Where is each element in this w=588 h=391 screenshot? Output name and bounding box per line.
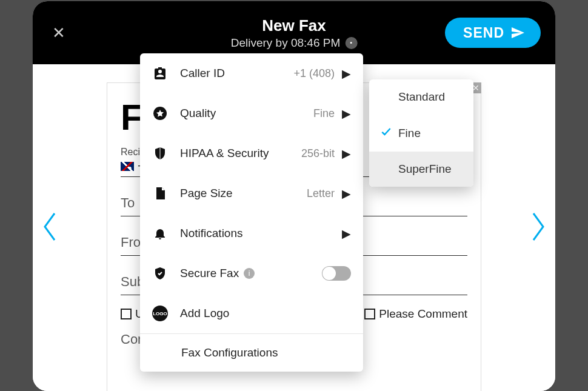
menu-label: Secure Fax [180,267,239,280]
option-label: Standard [398,90,445,104]
quality-submenu: Standard Fine SuperFine [369,79,473,187]
chevron-right-icon: ▶ [342,107,351,121]
shield-check-icon [152,266,168,281]
chevron-right-icon: ▶ [342,227,351,241]
modal-title: New Fax [231,16,358,35]
check-icon [380,125,393,141]
page-icon [152,185,168,201]
menu-item-add-logo[interactable]: LOGO Add Logo [140,293,363,333]
kebab-menu-icon[interactable] [345,37,357,49]
please-comment-checkbox[interactable]: Please Comment [364,307,467,321]
option-label: Fine [398,127,421,140]
menu-item-notifications[interactable]: Notifications ▶ [140,213,363,253]
menu-item-hipaa[interactable]: HIPAA & Security 256-bit ▶ [140,133,363,173]
star-circle-icon [152,105,168,121]
country-flag-icon[interactable] [121,162,134,171]
menu-item-fax-configurations[interactable]: Fax Configurations [140,334,363,372]
menu-label: Quality [180,107,216,120]
info-icon[interactable]: i [244,268,255,279]
next-page-button[interactable] [530,211,547,245]
prev-page-button[interactable] [41,211,58,245]
header-center: New Fax Delivery by 08:46 PM [231,16,358,50]
please-comment-label: Please Comment [379,307,467,321]
menu-item-secure-fax[interactable]: Secure Fax i [140,253,363,293]
menu-item-caller-id[interactable]: Caller ID +1 (408) ▶ [140,53,363,93]
menu-item-page-size[interactable]: Page Size Letter ▶ [140,173,363,213]
chevron-right-icon: ▶ [342,147,351,161]
checkbox-icon [364,309,375,319]
id-badge-icon [152,65,168,81]
bell-icon [152,226,168,241]
option-label: SuperFine [398,162,452,176]
checkbox-icon [121,309,132,319]
settings-menu: Caller ID +1 (408) ▶ Quality Fine ▶ HIPA… [140,53,363,372]
send-button[interactable]: SEND [445,18,541,48]
menu-value: +1 (408) [293,67,335,80]
chevron-right-icon [530,211,547,242]
menu-value: Fine [313,107,335,120]
quality-option-superfine[interactable]: SuperFine [369,152,473,187]
menu-value: Letter [307,187,335,200]
menu-label: HIPAA & Security [180,147,269,160]
chevron-left-icon [41,211,58,242]
menu-label: Page Size [180,187,233,200]
modal-body: ✕ F Recipient + To From Subject Urgent P… [33,64,555,391]
chevron-right-icon: ▶ [342,187,351,201]
close-icon[interactable]: ✕ [47,20,70,45]
chevron-right-icon: ▶ [342,67,351,81]
secure-fax-toggle[interactable] [322,266,351,281]
fax-modal: ✕ New Fax Delivery by 08:46 PM SEND ✕ F [33,1,555,391]
logo-icon: LOGO [152,306,168,321]
menu-label: Add Logo [180,307,229,320]
quality-option-standard[interactable]: Standard [369,79,473,115]
menu-label: Notifications [180,227,243,240]
menu-item-quality[interactable]: Quality Fine ▶ [140,93,363,133]
quality-option-fine[interactable]: Fine [369,115,473,152]
send-icon [510,25,525,40]
delivery-time-text: Delivery by 08:46 PM [231,36,341,50]
menu-label: Fax Configurations [181,346,278,359]
send-button-label: SEND [463,25,504,41]
shield-icon [152,145,168,161]
menu-value: 256-bit [301,147,335,160]
menu-label: Caller ID [180,67,225,80]
